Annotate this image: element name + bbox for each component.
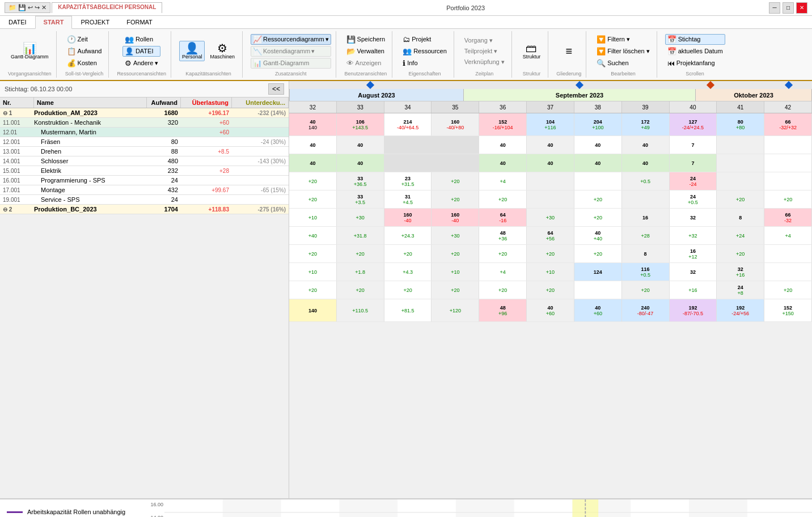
title-tab-kapazitaet[interactable]: KAPAZITÄTSABGLEICH PERSONAL bbox=[52, 2, 162, 13]
calendar-cell bbox=[432, 136, 479, 154]
calendar-cell: +40 bbox=[289, 227, 337, 244]
row-nr: 19.001 bbox=[0, 196, 34, 204]
calendar-cell: 66-32 bbox=[764, 209, 812, 226]
row-ueberlastung bbox=[181, 198, 232, 201]
speichern-button[interactable]: 💾Speichern bbox=[344, 34, 388, 45]
calendar-cell bbox=[717, 172, 764, 190]
table-row[interactable]: 16.001 Programmierung - SPS 24 bbox=[0, 176, 289, 185]
calendar-row: +2033+36.523+31.5+20+4+0.524-24 bbox=[289, 172, 812, 190]
calendar-cell: +20 bbox=[527, 245, 574, 262]
row-name: Programmierung - SPS bbox=[34, 176, 147, 185]
filter-clear-icon: 🔽 bbox=[597, 47, 606, 56]
kostendiagramm-button[interactable]: 📉Kostendiagramm▾ bbox=[251, 46, 331, 57]
maximize-button[interactable]: □ bbox=[783, 2, 794, 14]
ribbon-tab-datei[interactable]: DATEI bbox=[0, 16, 35, 28]
calendar-cell: +28 bbox=[622, 227, 670, 244]
ribbon-tab-start[interactable]: START bbox=[35, 16, 73, 29]
table-row[interactable]: ⊖ 2 Produktion_BC_2023 1704 +118.83 -275… bbox=[0, 205, 289, 214]
calendar-cell bbox=[717, 136, 764, 154]
info-button[interactable]: ℹInfo bbox=[400, 58, 449, 69]
header-name: Name bbox=[34, 98, 147, 108]
calendar-cell: +30 bbox=[337, 209, 384, 226]
projekt-button[interactable]: 🗂Projekt bbox=[400, 34, 449, 45]
row-nr: ⊖ 2 bbox=[0, 205, 34, 214]
ressourcendiagramm-button[interactable]: 📈Ressourcendiagramm▾ bbox=[251, 34, 331, 45]
header-ueberlastung: Überlastung bbox=[181, 98, 232, 108]
minimize-button[interactable]: ─ bbox=[769, 2, 780, 14]
calendar-cell: 204+100 bbox=[574, 113, 622, 135]
table-row[interactable]: 15.001 Elektrik 232 +28 bbox=[0, 166, 289, 176]
calendar-cell: +1.8 bbox=[337, 263, 384, 281]
projektanfang-button[interactable]: ⏮Projektanfang bbox=[665, 58, 725, 69]
calendar-cell bbox=[432, 154, 479, 172]
scrollen-buttons: 📅Stichtag 📅aktuelles Datum ⏮Projektanfan… bbox=[665, 34, 725, 69]
andere-button[interactable]: ⚙Andere ▾ bbox=[122, 58, 161, 69]
calendar-cell bbox=[527, 172, 574, 190]
ressourcen-eigen-button[interactable]: 👥Ressourcen bbox=[400, 46, 449, 57]
week-cell-36: 36 bbox=[479, 101, 527, 113]
anzeigen-button[interactable]: 👁Anzeigen bbox=[344, 58, 388, 69]
personal-button[interactable]: 👤 Personal bbox=[179, 41, 205, 61]
table-row[interactable]: 12.001 Fräsen 80 -24 (30%) bbox=[0, 137, 289, 147]
clock-icon: 🕐 bbox=[67, 35, 76, 44]
ribbon-tab-format[interactable]: FORMAT bbox=[118, 16, 161, 28]
teilprojekt-button[interactable]: Teilprojekt ▾ bbox=[462, 46, 507, 56]
table-row[interactable]: ⊖ 1 Produktion_AM_2023 1680 +196.17 -232… bbox=[0, 108, 289, 118]
maschinen-button[interactable]: ⚙ Maschinen bbox=[207, 41, 238, 61]
table-row[interactable]: 11.001 Konstruktion - Mechanik 320 +60 bbox=[0, 118, 289, 128]
verwalten-button[interactable]: 📂Verwalten bbox=[344, 46, 388, 57]
suchen-button[interactable]: 🔍Suchen bbox=[594, 58, 652, 69]
team-button[interactable]: 👤DATEI bbox=[122, 46, 161, 57]
zeit-button[interactable]: 🕐Zeit bbox=[65, 34, 104, 45]
close-button[interactable]: ✕ bbox=[796, 2, 807, 14]
struktur-button[interactable]: 🗃 Struktur bbox=[520, 41, 544, 61]
calendar-cell: +120 bbox=[432, 299, 479, 321]
ribbon-group-zeitplan: Vorgang ▾ Teilprojekt ▾ Verknüpfung ▾ Ze… bbox=[458, 31, 512, 78]
aufwand-button[interactable]: 📋Aufwand bbox=[65, 46, 104, 57]
row-ueberlastung: +60 bbox=[181, 128, 232, 137]
stichtag-button[interactable]: 📅Stichtag bbox=[665, 34, 725, 45]
table-row[interactable]: 19.001 Service - SPS 24 bbox=[0, 195, 289, 205]
calendar-cell: 40 bbox=[479, 154, 527, 172]
nav-back-button[interactable]: << bbox=[268, 83, 284, 95]
ressourcen-buttons: 👥Rollen 👤DATEI ⚙Andere ▾ bbox=[122, 34, 161, 69]
calendar-cell: 64+56 bbox=[527, 227, 574, 244]
calendar-cell: 40 bbox=[622, 154, 670, 172]
row-ueberlastung bbox=[181, 141, 232, 143]
stichtag-icon: 📅 bbox=[667, 35, 676, 44]
table-row[interactable]: 12.01 Mustermann, Martin +60 bbox=[0, 128, 289, 137]
gliederung-button[interactable]: ≡ bbox=[559, 44, 579, 58]
filtern-button[interactable]: 🔽Filtern ▾ bbox=[594, 34, 652, 45]
calendar-cell: 64-16 bbox=[479, 209, 527, 226]
calendar-cell: +30 bbox=[432, 227, 479, 244]
gantt-diagramm-button[interactable]: 📊 Gantt-Diagramm bbox=[8, 41, 52, 61]
calendar-cell bbox=[764, 154, 812, 172]
calendar-cell: +20 bbox=[479, 281, 527, 299]
calendar-cell: +20 bbox=[764, 190, 812, 208]
calendar-cell: +20 bbox=[289, 245, 337, 262]
row-ueberlastung bbox=[181, 160, 232, 162]
calendar-cell: +10 bbox=[527, 263, 574, 281]
filter-loeschen-button[interactable]: 🔽Filter löschen ▾ bbox=[594, 46, 652, 57]
verknuepfung-button[interactable]: Verknüpfung ▾ bbox=[462, 57, 507, 67]
calendar-cell: +20 bbox=[574, 190, 622, 208]
aktuelles-datum-button[interactable]: 📅aktuelles Datum bbox=[665, 46, 725, 57]
gantt-diagramm-zusatz-button[interactable]: 📊Gantt-Diagramm bbox=[251, 58, 331, 69]
table-row[interactable]: 13.001 Drehen 88 +8.5 bbox=[0, 147, 289, 156]
calendar-cell: +32 bbox=[670, 227, 717, 244]
title-tabs: 📁 💾 ↩ ↪ ✕ KAPAZITÄTSABGLEICH PERSONAL bbox=[5, 2, 162, 13]
row-aufwand: 88 bbox=[147, 147, 181, 156]
table-row[interactable]: 14.001 Schlosser 480 -143 (30%) bbox=[0, 156, 289, 166]
rollen-button[interactable]: 👥Rollen bbox=[122, 34, 161, 45]
calendar-cell: +20 bbox=[384, 245, 432, 262]
kosten-button[interactable]: 💰Kosten bbox=[65, 58, 104, 69]
ribbon-tab-projekt[interactable]: PROJEKT bbox=[72, 16, 118, 28]
calendar-cell: +20 bbox=[289, 281, 337, 299]
y-axis-label: 16.00 bbox=[143, 502, 163, 507]
vorgang-button[interactable]: Vorgang ▾ bbox=[462, 36, 507, 45]
ribbon-group-benutzer: 💾Speichern 📂Verwalten 👁Anzeigen Benutzer… bbox=[340, 31, 393, 78]
row-name: Konstruktion - Mechanik bbox=[34, 118, 147, 127]
kostdiag-icon: 📉 bbox=[253, 47, 262, 56]
table-row[interactable]: 17.001 Montage 432 +99.67 -65 (15%) bbox=[0, 185, 289, 195]
calendar-cell: +10 bbox=[289, 209, 337, 226]
